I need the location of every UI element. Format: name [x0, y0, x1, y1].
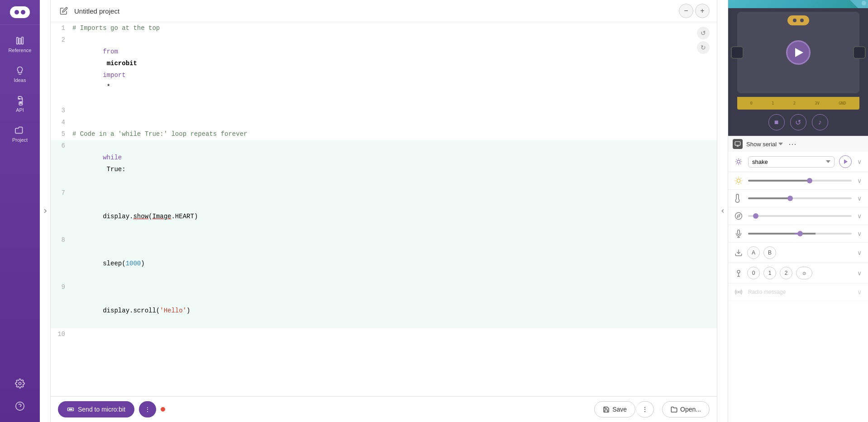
sleep-close: ) — [141, 260, 144, 267]
display-show-text: display. — [103, 213, 133, 220]
svg-rect-11 — [735, 142, 740, 145]
line-number-7: 7 — [51, 187, 72, 199]
sidebar-item-settings[interactable] — [0, 372, 40, 395]
terminal-icon — [734, 141, 741, 147]
line-content-7: display.show(Image.HEART) — [72, 187, 717, 234]
undo-redo-panel: ↺ ↻ — [697, 27, 710, 54]
svg-point-17 — [737, 270, 740, 273]
sidebar-item-label-ideas: Ideas — [14, 77, 26, 83]
sidebar-item-reference[interactable]: Reference — [0, 29, 40, 59]
simulator-stop-btn[interactable]: ■ — [768, 114, 785, 130]
open-icon — [671, 406, 677, 413]
sound-slider-container — [748, 233, 852, 235]
redo-btn[interactable]: ↻ — [697, 41, 710, 54]
serial-icon — [733, 139, 743, 149]
microbit-pin-bar: 0 1 2 3V GND — [737, 97, 859, 110]
sound-expand-btn[interactable]: ∨ — [856, 229, 863, 238]
pin-label-2: 2 — [793, 101, 796, 106]
serial-dropdown[interactable]: Show serial — [746, 141, 783, 148]
bottom-toolbar: Send to micro:bit ⋮ Save ⋮ Open... — [51, 396, 717, 422]
code-editor[interactable]: ↺ ↻ 1 # Imports go at the top 2 from mic… — [51, 22, 717, 396]
radio-expand-btn[interactable]: ∨ — [856, 288, 863, 297]
line-content-1: # Imports go at the top — [72, 22, 717, 34]
touch-pin-0[interactable]: 0 — [747, 267, 760, 279]
zoom-in-btn[interactable]: + — [695, 4, 710, 18]
radio-icon — [734, 287, 744, 297]
brightness-expand-btn[interactable]: ∨ — [856, 176, 863, 185]
serial-more-btn[interactable]: ⋯ — [787, 139, 798, 149]
touch-pin-2[interactable]: 2 — [780, 267, 792, 279]
edit-project-name-btn[interactable] — [58, 5, 70, 17]
chevron-left-icon — [720, 208, 726, 214]
right-panel-collapse-btn[interactable] — [717, 0, 728, 422]
send-more-options-btn[interactable]: ⋮ — [139, 401, 156, 417]
pin-label-gnd: GND — [839, 101, 846, 106]
touch-icon — [734, 268, 744, 278]
left-panel-collapse-btn[interactable] — [40, 0, 51, 422]
sidebar: Reference Ideas API Project — [0, 0, 40, 422]
radio-label: Radio message — [748, 289, 786, 295]
indent-spaces-9 — [103, 295, 118, 302]
touch-pin-1[interactable]: 1 — [763, 267, 776, 279]
editor-toolbar: Untitled project − + — [51, 0, 717, 22]
touch-expand-btn[interactable]: ∨ — [856, 269, 863, 278]
sidebar-item-help[interactable] — [0, 395, 40, 417]
zoom-controls: − + — [679, 4, 710, 18]
chevron-right-icon — [42, 207, 49, 215]
lightbulb-icon — [15, 66, 25, 76]
project-title: Untitled project — [74, 7, 674, 15]
save-btn[interactable]: Save — [594, 401, 635, 417]
temperature-slider[interactable] — [748, 197, 852, 199]
sidebar-item-project[interactable]: Project — [0, 119, 40, 149]
sidebar-item-ideas[interactable]: Ideas — [0, 59, 40, 89]
scroll-close: ) — [186, 307, 190, 314]
app-logo[interactable] — [0, 0, 40, 25]
button-b-sim[interactable]: B — [763, 246, 776, 259]
save-more-options-btn[interactable]: ⋮ — [636, 401, 654, 417]
image-obj: Image — [152, 213, 171, 220]
save-btn-label: Save — [612, 406, 627, 413]
logo-shape — [10, 6, 30, 18]
download-icon — [734, 249, 743, 257]
line-number-3: 3 — [51, 105, 72, 116]
microbit-hardware-btn-b[interactable] — [853, 46, 866, 59]
simulator-play-btn[interactable] — [786, 40, 811, 65]
sound-slider[interactable] — [748, 233, 852, 235]
shake-event-select[interactable]: shake tilt left tilt right face up face … — [748, 156, 835, 168]
microbit-hardware-btn-a[interactable] — [731, 46, 744, 59]
import-text: microbit — [103, 60, 141, 67]
zoom-out-btn[interactable]: − — [679, 4, 693, 18]
compass-slider-container — [748, 215, 852, 217]
sidebar-nav: Reference Ideas API Project — [0, 25, 40, 372]
shake-sensor-row: shake tilt left tilt right face up face … — [728, 152, 868, 172]
right-panel: 0 1 2 3V GND ■ ↺ ♪ Show serial ⋯ — [728, 0, 868, 422]
brightness-slider[interactable] — [748, 180, 852, 182]
undo-btn[interactable]: ↺ — [697, 27, 710, 39]
send-to-microbit-btn[interactable]: Send to micro:bit — [58, 401, 134, 417]
compass-slider[interactable] — [748, 215, 852, 217]
buttons-expand-btn[interactable]: ∨ — [856, 248, 863, 257]
code-line-9: 9 display.scroll('Hello') — [51, 281, 717, 328]
open-btn[interactable]: Open... — [662, 401, 710, 417]
simulator-reset-btn[interactable]: ↺ — [790, 114, 806, 130]
line-number-1: 1 — [51, 22, 72, 34]
play-triangle — [795, 48, 803, 57]
shake-play-btn[interactable] — [839, 155, 852, 168]
temperature-expand-btn[interactable]: ∨ — [856, 194, 863, 203]
svg-point-13 — [737, 179, 740, 182]
line-number-6: 6 — [51, 140, 72, 152]
shake-expand-btn[interactable]: ∨ — [856, 157, 863, 166]
save-icon — [603, 406, 610, 413]
touch-pin-logo[interactable]: ⊙ — [796, 267, 812, 279]
sidebar-item-api[interactable]: API — [0, 89, 40, 119]
compass-svg-icon — [734, 212, 743, 220]
microphone-icon — [734, 230, 743, 238]
microbit-board — [737, 12, 859, 93]
compass-expand-btn[interactable]: ∨ — [856, 211, 863, 221]
temperature-slider-container — [748, 197, 852, 199]
simulator-sound-btn[interactable]: ♪ — [812, 114, 828, 130]
corner-circle — [862, 1, 866, 5]
line-content-2: from microbit import * — [72, 34, 717, 105]
svg-rect-1 — [19, 38, 21, 44]
button-a-sim[interactable]: A — [747, 246, 760, 259]
